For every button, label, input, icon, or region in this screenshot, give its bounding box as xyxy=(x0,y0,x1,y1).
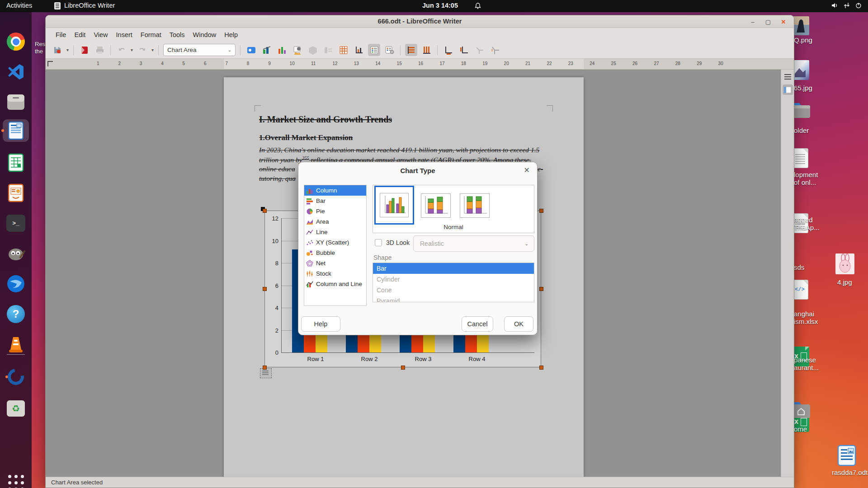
menu-edit[interactable]: Edit xyxy=(70,29,90,40)
dock-terminal-icon[interactable]: >_ xyxy=(5,212,27,235)
selection-handle[interactable] xyxy=(539,287,543,291)
dock-thunderbird-icon[interactable] xyxy=(5,272,27,295)
close-button[interactable]: ✕ xyxy=(778,17,788,27)
chart-element-selector[interactable]: Chart Area⌄ xyxy=(163,44,236,56)
desktop-icon-label[interactable]: rasdda7.odt xyxy=(832,469,868,476)
menu-tools[interactable]: Tools xyxy=(165,29,189,40)
insert-titles-icon[interactable] xyxy=(291,44,303,56)
data-in-rows-icon[interactable] xyxy=(322,44,334,56)
horizontal-grids-icon[interactable] xyxy=(405,44,417,56)
desktop-icon-photo-4jpg[interactable] xyxy=(835,253,854,274)
clock[interactable]: Jun 3 14:05 xyxy=(422,2,458,9)
x-axis-icon[interactable] xyxy=(442,44,454,56)
activities-button[interactable]: Activities xyxy=(6,2,32,9)
all-axes-icon[interactable] xyxy=(488,44,500,56)
desktop-icon-odt-file[interactable] xyxy=(837,445,856,468)
selection-handle[interactable] xyxy=(401,366,405,370)
legend-toggle-icon[interactable] xyxy=(368,44,380,56)
redo-dropdown-icon[interactable]: ▾ xyxy=(151,47,154,52)
dock-gimp-icon[interactable] xyxy=(5,242,27,265)
print-icon[interactable] xyxy=(94,44,106,56)
data-ranges-icon[interactable] xyxy=(383,44,396,56)
desktop-icon-label[interactable]: 4.jpg xyxy=(837,278,852,286)
subtype-percent-stacked-thumbnail[interactable] xyxy=(460,193,490,218)
chart-type-option-column[interactable]: Column xyxy=(304,185,366,196)
dock-trash-icon[interactable]: ♻ xyxy=(5,397,27,420)
dialog-close-icon[interactable]: ✕ xyxy=(524,166,530,174)
dock-calc-icon[interactable] xyxy=(5,151,27,174)
y-axis-icon[interactable] xyxy=(458,44,470,56)
desktop-icon-label[interactable]: Q.png xyxy=(794,36,812,44)
desktop-icon-label[interactable]: lopmentof onl... xyxy=(794,171,818,186)
chart-type-option-line[interactable]: Line xyxy=(304,227,366,237)
shape-option-cylinder[interactable]: Cylinder xyxy=(373,274,534,285)
desktop-icon-label[interactable]: aggedThuAp... xyxy=(794,216,820,231)
window-titlebar[interactable]: 666.odt - LibreOffice Writer – ▢ ✕ xyxy=(46,15,794,28)
sidebar-properties-icon[interactable] xyxy=(783,84,793,95)
chart-type-option-column-and-line[interactable]: Column and Line xyxy=(304,279,366,289)
save-icon[interactable] xyxy=(51,44,63,56)
dock-vlc-icon[interactable] xyxy=(5,333,27,356)
dock-ring-app-icon[interactable] xyxy=(5,366,27,388)
selection-handle[interactable] xyxy=(539,366,543,370)
shape-option-bar[interactable]: Bar xyxy=(373,263,534,274)
shape-option-pyramid[interactable]: Pyramid xyxy=(373,296,534,302)
format-selection-icon[interactable] xyxy=(245,44,257,56)
desktop-icon-label[interactable]: ome xyxy=(794,425,807,433)
desktop-icon-label[interactable]: anghaiism.xlsx xyxy=(794,310,818,325)
menu-format[interactable]: Format xyxy=(137,29,165,40)
chart-data-table-icon[interactable] xyxy=(276,44,288,56)
dock-impress-icon[interactable] xyxy=(5,182,27,204)
maximize-button[interactable]: ▢ xyxy=(763,17,773,27)
chart-type-option-xy-scatter[interactable]: XY (Scatter) xyxy=(304,237,366,248)
axes-icon[interactable] xyxy=(353,44,365,56)
undo-dropdown-icon[interactable]: ▾ xyxy=(131,47,133,52)
3d-look-checkbox[interactable] xyxy=(375,239,382,246)
z-axis-icon[interactable] xyxy=(473,44,485,56)
selection-handle[interactable] xyxy=(263,209,267,213)
chart-type-option-area[interactable]: Area xyxy=(304,216,366,227)
3d-scheme-dropdown[interactable]: Realistic ⌄ xyxy=(413,235,534,252)
minimize-button[interactable]: – xyxy=(748,17,758,27)
export-pdf-icon[interactable] xyxy=(78,44,90,56)
object-anchor-icon[interactable] xyxy=(260,368,272,378)
tab-stop-selector-icon[interactable] xyxy=(47,61,53,66)
undo-icon[interactable] xyxy=(115,44,127,56)
chart-type-option-stock[interactable]: Stock xyxy=(304,268,366,279)
dock-writer-icon[interactable] xyxy=(3,119,29,142)
data-table-grid-icon[interactable] xyxy=(337,44,349,56)
system-tray[interactable] xyxy=(831,2,862,9)
desktop-icon-document-1[interactable] xyxy=(792,148,808,168)
selection-handle[interactable] xyxy=(539,209,543,213)
dock-help-icon[interactable]: ? xyxy=(5,303,27,325)
ok-button[interactable]: OK xyxy=(504,316,533,332)
subtype-stacked-thumbnail[interactable] xyxy=(421,193,451,218)
sidebar-menu-icon[interactable] xyxy=(783,71,793,82)
cancel-button[interactable]: Cancel xyxy=(462,316,493,332)
desktop-icon-code-file[interactable]: </> xyxy=(792,280,808,300)
redo-icon[interactable] xyxy=(136,44,148,56)
save-dropdown-icon[interactable]: ▾ xyxy=(66,47,69,52)
chart-type-icon[interactable] xyxy=(260,44,273,56)
chart-type-option-bubble[interactable]: Bubble xyxy=(304,248,366,258)
subtype-normal-thumbnail[interactable] xyxy=(374,186,414,225)
shape-option-cone[interactable]: Cone xyxy=(373,285,534,296)
dock-files-icon[interactable] xyxy=(5,91,27,113)
desktop-icon-photo-65[interactable] xyxy=(792,60,809,80)
chart-type-option-bar[interactable]: Bar xyxy=(304,196,366,206)
chart-type-option-pie[interactable]: Pie xyxy=(304,206,366,216)
help-button[interactable]: Help xyxy=(301,316,340,332)
desktop-icon-label[interactable]: 65.jpg xyxy=(794,84,812,92)
selection-handle[interactable] xyxy=(263,366,267,370)
menu-help[interactable]: Help xyxy=(220,29,242,40)
dock-chrome-icon[interactable] xyxy=(5,30,27,53)
menu-insert[interactable]: Insert xyxy=(112,29,137,40)
desktop-icon-label[interactable]: older xyxy=(794,127,809,134)
3d-view-icon[interactable] xyxy=(307,44,319,56)
menu-window[interactable]: Window xyxy=(189,29,221,40)
desktop-icon-photo-q[interactable] xyxy=(792,16,809,35)
menu-view[interactable]: View xyxy=(90,29,112,40)
dock-vscode-icon[interactable] xyxy=(5,61,27,83)
menu-file[interactable]: File xyxy=(52,29,70,40)
chart-type-option-net[interactable]: Net xyxy=(304,258,366,268)
